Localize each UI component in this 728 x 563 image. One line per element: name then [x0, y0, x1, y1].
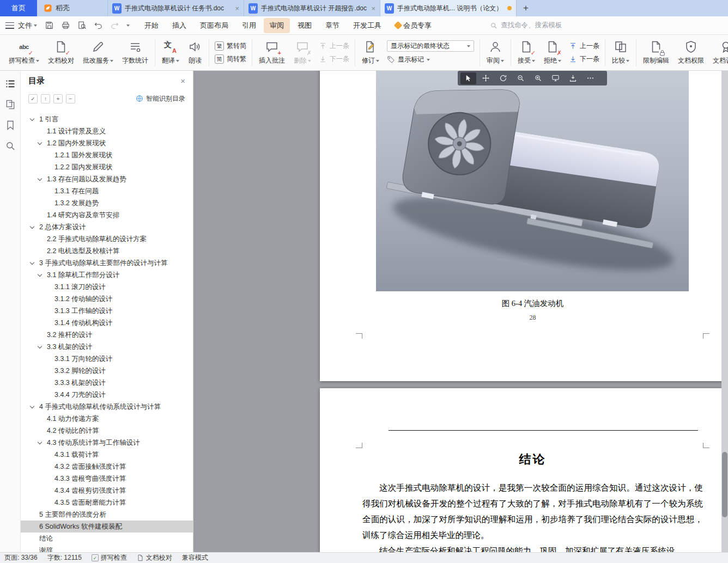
document-page-33[interactable]: 图 6-4 汽油发动机 28 — [320, 71, 728, 381]
show-markup-button[interactable]: 显示标记 — [387, 54, 474, 65]
doc-certify-button[interactable]: 文档认证 — [708, 40, 728, 65]
toc-item[interactable]: 4.1 动力传递方案 — [21, 413, 193, 425]
spell-check-status[interactable]: ✓拼写检查 — [92, 553, 127, 562]
chevron-down-icon[interactable] — [38, 176, 42, 181]
tab-dev-tools[interactable]: 开发工具 — [347, 18, 387, 33]
toc-item[interactable]: 2.2 手推式电动除草机的设计方案 — [21, 233, 193, 245]
more-tools-button[interactable] — [583, 72, 598, 84]
toc-item[interactable]: 4.3.4 齿根剪切强度计算 — [21, 485, 193, 497]
tab-start[interactable]: 开始 — [138, 18, 165, 33]
toc-item[interactable]: 1.1 设计背景及意义 — [21, 125, 193, 137]
tab-vip[interactable]: 会员专享 — [389, 18, 438, 33]
toc-item[interactable]: 3.3 机架的设计 — [21, 341, 193, 353]
document-tab-2[interactable]: W 手推式电动除草机设计 开题报告.doc × — [244, 0, 380, 16]
toc-item[interactable]: 1.3 存在问题以及发展趋势 — [21, 173, 193, 185]
bookmark-icon[interactable] — [5, 120, 16, 131]
gasoline-engine-figure[interactable] — [376, 71, 689, 291]
redo-icon[interactable] — [110, 21, 119, 30]
toc-item[interactable]: 3.3.1 万向轮的设计 — [21, 353, 193, 365]
hamburger-icon[interactable] — [5, 22, 14, 29]
toc-item[interactable]: 4.3 传动系统计算与工作轴设计 — [21, 437, 193, 449]
toc-expand-all-button[interactable]: + — [53, 94, 63, 103]
doc-permission-button[interactable]: 文档权限 — [674, 40, 708, 65]
new-tab-button[interactable]: + — [517, 0, 535, 16]
toc-item[interactable]: 3 手推式电动除草机主要部件的设计与计算 — [21, 257, 193, 269]
delete-comment-button[interactable]: ✗ 删除 — [289, 40, 316, 65]
spell-check-button[interactable]: abc✓ 拼写检查 — [4, 40, 44, 65]
toc-item[interactable]: 4.3.2 齿面接触强度计算 — [21, 461, 193, 473]
toc-item[interactable]: 1.3.2 发展趋势 — [21, 197, 193, 209]
toc-item[interactable]: 结论 — [21, 533, 193, 544]
toc-item[interactable]: 5 主要部件的强度分析 — [21, 509, 193, 521]
simp-to-trad-button[interactable]: 简简转繁 — [215, 54, 246, 64]
toc-item[interactable]: 3.3.3 机架的设计 — [21, 377, 193, 389]
toc-item[interactable]: 4.3.5 齿面耐磨能力计算 — [21, 497, 193, 509]
pan-tool-button[interactable] — [478, 72, 494, 84]
file-menu-button[interactable]: 文件 — [18, 21, 37, 30]
toc-item[interactable]: 1.2 国内外发展现状 — [21, 137, 193, 149]
doc-proof-status[interactable]: 文档校对 — [137, 553, 172, 562]
document-tab-3-active[interactable]: W 手推式电动除草机... 说明书（论文） — [380, 0, 517, 16]
next-change-button[interactable]: 下一条 — [569, 54, 599, 64]
quick-access-chevron-icon[interactable] — [126, 25, 130, 27]
toc-item[interactable]: 1 引言 — [21, 113, 193, 125]
toc-item[interactable]: 4.3.1 载荷计算 — [21, 449, 193, 461]
tab-insert[interactable]: 插入 — [166, 18, 192, 33]
undo-icon[interactable] — [94, 21, 103, 30]
page-thumbnails-icon[interactable] — [5, 99, 16, 110]
restrict-editing-button[interactable]: 限制编辑 — [639, 40, 674, 65]
toc-panel-icon[interactable] — [5, 78, 16, 89]
word-count-button[interactable]: 字数统计 — [118, 40, 153, 65]
reject-button[interactable]: ✗ 拒绝 — [539, 40, 566, 65]
toc-item[interactable]: 3.1.2 传动轴的设计 — [21, 293, 193, 305]
review-button[interactable]: 审阅 — [482, 40, 508, 65]
track-changes-button[interactable]: 修订 — [357, 40, 384, 65]
home-tab[interactable]: 首页 — [0, 0, 37, 16]
toc-item[interactable]: 4 手推式电动除草机传动系统设计与计算 — [21, 401, 193, 413]
chevron-down-icon[interactable] — [38, 272, 42, 277]
chevron-down-icon[interactable] — [38, 140, 42, 145]
markup-state-dropdown[interactable]: 显示标记的最终状态 — [387, 40, 474, 52]
toc-item[interactable]: 4.2 传动比的计算 — [21, 425, 193, 437]
toc-item[interactable]: 1.3.1 存在问题 — [21, 185, 193, 197]
chevron-down-icon[interactable] — [30, 260, 34, 265]
correction-service-button[interactable]: 批改服务 — [78, 40, 118, 65]
prev-change-button[interactable]: 上一条 — [569, 41, 599, 51]
body-text[interactable]: 这次手推式电动除草机的设计，是我第一次较全面的运用综合知识。通过这次设计，使得我… — [362, 480, 703, 552]
toc-item[interactable]: 3.2 推杆的设计 — [21, 329, 193, 341]
translate-button[interactable]: 文A 翻译 — [157, 40, 184, 65]
close-icon[interactable]: × — [371, 4, 375, 13]
toc-item[interactable]: 1.2.2 国内发展现状 — [21, 161, 193, 173]
document-canvas[interactable]: 图 6-4 汽油发动机 28 结论 这次手推式电动除草机的设计，是我第一次较全面… — [193, 71, 728, 552]
rotate-tool-button[interactable] — [495, 72, 511, 84]
print-icon[interactable] — [61, 21, 70, 30]
compare-button[interactable]: 比较 — [608, 40, 634, 65]
read-aloud-button[interactable]: 朗读 — [184, 40, 207, 65]
toc-item[interactable]: 2 总体方案设计 — [21, 221, 193, 233]
fit-screen-button[interactable] — [548, 72, 563, 84]
chevron-down-icon[interactable] — [38, 344, 42, 348]
chevron-down-icon[interactable] — [30, 224, 34, 229]
smart-recognize-toc-button[interactable]: 智能识别目录 — [136, 94, 185, 103]
word-count-indicator[interactable]: 字数: 12115 — [47, 553, 82, 562]
toc-item[interactable]: 3.1.3 工作轴的设计 — [21, 305, 193, 317]
toc-locate-button[interactable]: ↑ — [41, 94, 50, 103]
accept-button[interactable]: ✓ 接受 — [513, 40, 539, 65]
tab-section[interactable]: 章节 — [319, 18, 345, 33]
save-icon[interactable] — [45, 21, 54, 30]
tab-view[interactable]: 视图 — [292, 18, 318, 33]
print-preview-icon[interactable] — [77, 21, 87, 30]
toc-select-all-button[interactable]: ✓ — [28, 94, 38, 103]
chevron-down-icon[interactable] — [38, 440, 42, 444]
select-tool-button[interactable] — [460, 72, 476, 84]
command-search[interactable]: 查找命令、搜索模板 — [490, 21, 562, 30]
tab-page-layout[interactable]: 页面布局 — [194, 18, 234, 33]
toc-item[interactable]: 3.4.4 刀壳的设计 — [21, 389, 193, 401]
zoom-out-button[interactable] — [513, 72, 529, 84]
close-icon[interactable]: × — [235, 4, 239, 13]
document-page-34[interactable]: 结论 这次手推式电动除草机的设计，是我第一次较全面的运用综合知识。通过这次设计，… — [320, 388, 728, 552]
toc-item[interactable]: 3.3.2 脚轮的设计 — [21, 365, 193, 377]
trad-to-simp-button[interactable]: 繁繁转简 — [215, 41, 246, 51]
toc-item[interactable]: 2.2 电机选型及校核计算 — [21, 245, 193, 257]
toc-item[interactable]: 3.1 除草机工作部分设计 — [21, 269, 193, 281]
